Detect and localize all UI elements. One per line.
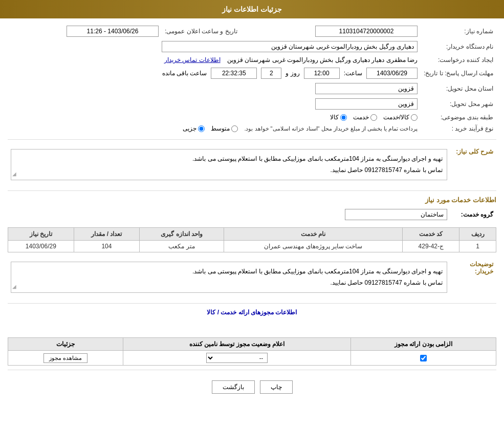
col-permit-details: جزئیات <box>8 338 123 351</box>
need-number-label: شماره نیاز: <box>421 24 496 39</box>
page-container: جزئیات اطلاعات نیاز شماره نیاز: 11031047… <box>0 0 504 448</box>
purchase-partial-option[interactable]: جزیی <box>183 125 205 132</box>
permit-row: -- مشاهده مجوز <box>8 351 496 366</box>
desc-section-table: شرح کلی نیاز: تهیه و اجرای دیوارسنگی به … <box>8 144 496 185</box>
info-table: شماره نیاز: 1103104720000002 تاریخ و ساع… <box>8 24 496 134</box>
cell-row-num: 1 <box>459 241 496 252</box>
purchase-medium-label: متوسط <box>211 125 230 132</box>
services-table: ردیف کد خدمت نام خدمت واحد اندازه گیری ت… <box>8 227 496 252</box>
purchase-medium-radio[interactable] <box>231 125 238 132</box>
general-desc-box: تهیه و اجرای دیوارسنگی به متراز 104مترمک… <box>11 149 447 180</box>
button-row: چاپ بازگشت <box>8 380 496 394</box>
response-remaining: 22:32:35 <box>211 68 257 79</box>
buyer-notes-text: تهیه و اجرای دیوارسنگی به متراز 104مترمک… <box>15 266 443 288</box>
purchase-partial-radio[interactable] <box>198 125 205 132</box>
general-desc-text: تهیه و اجرای دیوارسنگی به متراز 104مترمک… <box>15 154 443 176</box>
col-need-date: تاریخ نیاز <box>8 228 74 241</box>
delivery-city-value: قزوین <box>315 98 418 110</box>
buyer-org-value: دهیاری ورگیل بخش رودبارالموت غربی شهرستا… <box>162 41 418 52</box>
buyer-notes-label: توضیحات خریدار: <box>470 261 493 275</box>
buyer-notes-box: تهیه و اجرای دیوارسنگی به متراز 104مترمک… <box>11 262 447 293</box>
purchase-medium-option[interactable]: متوسط <box>211 125 238 132</box>
category-goods-service-radio[interactable] <box>411 114 418 121</box>
response-days-label: روز و <box>286 70 299 77</box>
category-goods-label: کالا <box>330 114 339 121</box>
category-label: طبقه بندی موضوعی: <box>421 112 496 123</box>
table-row: 1 ج-42-429 ساخت سایر پروژه‌های مهندسی عم… <box>8 241 496 252</box>
permit-status-dropdown[interactable]: -- <box>206 353 268 363</box>
page-header: جزئیات اطلاعات نیاز <box>0 0 504 18</box>
services-section-title: اطلاعات خدمات مورد نیاز <box>8 196 496 204</box>
separator-2 <box>8 190 496 191</box>
category-goods-service-option[interactable]: کالا/خدمت <box>383 114 418 121</box>
col-unit: واحد اندازه گیری <box>140 228 224 241</box>
separator-4 <box>8 370 496 370</box>
permit-required-checkbox[interactable] <box>420 355 427 361</box>
category-goods-service-label: کالا/خدمت <box>383 114 409 121</box>
need-number-value: 1103104720000002 <box>315 26 418 37</box>
buyer-org-label: نام دستگاه خریدار: <box>421 39 496 54</box>
separator-1 <box>8 139 496 140</box>
back-button[interactable]: بازگشت <box>212 380 255 394</box>
main-content: شماره نیاز: 1103104720000002 تاریخ و ساع… <box>0 18 504 409</box>
category-goods-radio[interactable] <box>340 114 347 121</box>
response-time-label: ساعت: <box>344 70 362 77</box>
delivery-province-label: استان محل تحویل: <box>421 81 496 96</box>
service-group-label: گروه خدمت: <box>461 211 493 218</box>
purchase-note: پرداخت تمام یا بخشی از مبلغ خریداز محل "… <box>244 125 418 132</box>
print-button[interactable]: چاپ <box>260 380 293 394</box>
response-remaining-label: ساعت باقی مانده <box>162 70 207 77</box>
category-service-option[interactable]: خدمت <box>353 114 377 121</box>
cell-unit: متر مکعب <box>140 241 224 252</box>
category-radio-group: کالا/خدمت خدمت کالا <box>11 114 418 121</box>
resize-icon-2: ◢ <box>12 282 16 291</box>
response-date: 1403/06/29 <box>366 68 418 79</box>
purchase-partial-label: جزیی <box>183 125 196 132</box>
col-row-num: ردیف <box>459 228 496 241</box>
category-goods-option[interactable]: کالا <box>330 114 347 121</box>
separator-3 <box>8 303 496 304</box>
response-days: 2 <box>261 68 281 79</box>
col-service-name: نام خدمت <box>224 228 402 241</box>
col-service-code: کد خدمت <box>403 228 459 241</box>
view-permit-button[interactable]: مشاهده مجوز <box>43 353 87 363</box>
col-permit-required: الزامی بودن ارائه مجوز <box>351 338 496 351</box>
delivery-city-label: شهر محل تحویل: <box>421 96 496 112</box>
page-title: جزئیات اطلاعات نیاز <box>222 5 282 13</box>
purchase-type-label: نوع فرآیند خرید : <box>421 123 496 134</box>
announcement-date-label: تاریخ و ساعت اعلان عمومی: <box>162 24 240 39</box>
category-service-radio[interactable] <box>370 114 377 121</box>
cell-service-name: ساخت سایر پروژه‌های مهندسی عمران <box>224 241 402 252</box>
col-quantity: تعداد / مقدار <box>74 228 140 241</box>
creator-label: ایجاد کننده درخواست: <box>421 54 496 66</box>
creator-value: رضا مظفری دهیار دهیاری ورگیل بخش رودبارا… <box>227 56 418 63</box>
response-time: 12:00 <box>304 68 340 79</box>
service-group-table: گروه خدمت: ساختمان <box>8 207 496 222</box>
buyer-notes-table: توضیحات خریدار: تهیه و اجرای دیوارسنگی ب… <box>8 257 496 298</box>
permit-required-checkbox-container <box>355 355 492 361</box>
announcement-date-value: 1403/06/26 - 11:26 <box>67 26 159 37</box>
cell-service-code: ج-42-429 <box>403 241 459 252</box>
delivery-province-value: قزوین <box>315 83 418 94</box>
permits-table: الزامی بودن ارائه مجوز اعلام وضعیت مجوز … <box>8 337 496 366</box>
cell-quantity: 104 <box>74 241 140 252</box>
permits-section-label: اطلاعات مجوزهای ارائه خدمت / کالا <box>8 309 496 316</box>
category-service-label: خدمت <box>353 114 369 121</box>
general-desc-label: شرح کلی نیاز: <box>456 148 493 155</box>
service-group-value: ساختمان <box>345 209 447 220</box>
resize-icon-1: ◢ <box>12 169 16 179</box>
cell-need-date: 1403/06/29 <box>8 241 74 252</box>
col-permit-status: اعلام وضعیت مجوز توسط نامین کننده <box>123 338 351 351</box>
contact-info-link[interactable]: اطلاعات تماس خریدار <box>164 56 221 63</box>
response-deadline-label: مهلت ارسال پاسخ: تا تاریخ: <box>421 66 496 81</box>
